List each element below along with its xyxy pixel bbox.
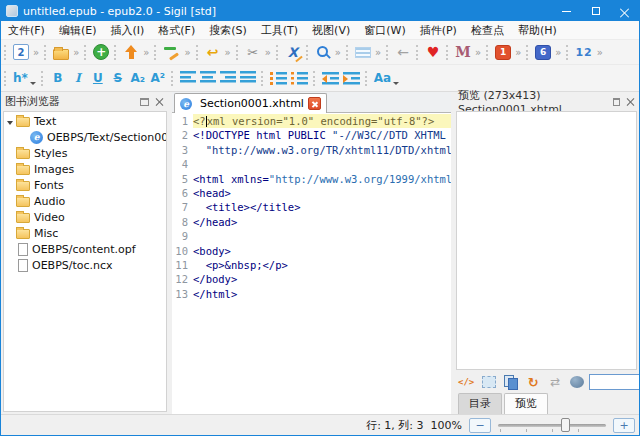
save-upload-button[interactable] [123,44,139,60]
toolbar-grip[interactable] [84,45,87,60]
zoom-slider-handle[interactable] [561,418,570,432]
edit-mend-button[interactable] [163,44,180,60]
cut-button[interactable]: ✂ [245,44,261,61]
menu-search[interactable]: 搜索(S) [202,21,254,40]
italic-button[interactable]: I [70,70,86,87]
code-line-3[interactable]: 3 "http://www.w3.org/TR/xhtml11/DTD/xhtm… [172,143,451,157]
toolbar-grip[interactable] [566,45,569,60]
toolbar-grip[interactable] [313,71,316,86]
toolbar-grip[interactable] [236,45,239,60]
bold-button[interactable]: B [50,70,66,87]
menu-view[interactable]: 视图(V) [305,21,357,40]
toolbar-grip[interactable] [114,45,117,60]
menu-help[interactable]: 帮助(H) [511,21,564,40]
toolbar-overflow-icon[interactable]: » [375,44,381,61]
code-line-4[interactable]: 4 [172,157,451,171]
subscript-button[interactable]: A₂ [130,70,146,87]
sigil-m-button[interactable]: M [455,44,471,61]
toolbar-grip[interactable] [276,45,279,60]
add-existing-files-button[interactable]: + [93,44,109,60]
zoom-in-button[interactable]: + [613,418,635,433]
tree-item-misc[interactable]: Misc [4,225,166,241]
code-line-12[interactable]: 12</body> [172,272,451,286]
menu-plugins[interactable]: 插件(P) [413,21,464,40]
close-panel-icon[interactable] [626,98,633,106]
tree-item-video[interactable]: Video [4,209,166,225]
toolbar-grip[interactable] [386,45,389,60]
toolbar-overflow-icon[interactable]: » [265,44,271,61]
copy-icon[interactable] [504,375,518,389]
toolbar-grip[interactable] [171,71,174,86]
plugin-1-button[interactable]: 1 [495,45,511,60]
sync-icon[interactable]: ⇄ [548,375,562,390]
heading-style-button[interactable]: h* [13,70,36,87]
tree-item-section0001[interactable]: OEBPS/Text/Section0001.xhtml [4,129,166,145]
tree-item-toc-ncx[interactable]: OEBPS/toc.ncx [4,257,166,273]
toolbar-grip[interactable] [306,45,309,60]
toolbar-grip[interactable] [346,45,349,60]
toolbar-overflow-icon[interactable]: » [225,44,231,61]
menu-tools[interactable]: 工具(T) [254,21,305,40]
menu-insert[interactable]: 插入(I) [103,21,151,40]
preview-viewport[interactable] [456,111,637,370]
toolbar-grip[interactable] [4,71,7,86]
tab-close-icon[interactable] [308,97,321,110]
toolbar-grip[interactable] [486,45,489,60]
zoom-slider[interactable] [498,417,606,433]
underline-button[interactable]: U [90,70,106,87]
close-panel-icon[interactable] [155,98,163,106]
code-line-8[interactable]: 8</head> [172,215,451,229]
tree-item-images[interactable]: Images [4,161,166,177]
tree-item-audio[interactable]: Audio [4,193,166,209]
code-line-13[interactable]: 13</html> [172,287,451,301]
back-arrow-button[interactable]: ← [395,44,411,61]
superscript-button[interactable]: A² [150,70,166,87]
toolbar-grip[interactable] [261,71,264,86]
toolbar-grip[interactable] [365,71,368,86]
align-justify-button[interactable] [240,71,256,85]
donate-heart-button[interactable]: ♥ [425,44,441,61]
toolbar-grip[interactable] [4,45,7,60]
dock-tab-preview[interactable]: 预览 [504,393,548,414]
code-line-7[interactable]: 7 <title></title> [172,200,451,214]
code-line-6[interactable]: 6<head> [172,186,451,200]
toolbar-overflow-icon[interactable]: » [475,44,481,61]
close-button[interactable] [610,1,639,21]
bullet-list-button[interactable] [270,72,287,85]
code-line-5[interactable]: 5<html xmlns="http://www.w3.org/1999/xht… [172,172,451,186]
spellcheck-button[interactable]: X [285,44,301,61]
toolbar-grip[interactable] [154,45,157,60]
select-all-icon[interactable] [482,376,496,388]
align-right-button[interactable] [220,71,236,85]
toolbar-overflow-icon[interactable]: » [143,44,149,61]
minimize-button[interactable] [552,1,581,21]
title-bar[interactable]: untitled.epub - epub2.0 - Sigil [std] [1,1,639,21]
toolbar-overflow-icon[interactable]: » [515,44,521,61]
toolbar-grip[interactable] [44,45,47,60]
find-button[interactable] [315,45,331,60]
checkpoint-12-button[interactable]: 12 [575,44,592,61]
maximize-button[interactable] [581,1,610,21]
code-line-2[interactable]: 2<!DOCTYPE html PUBLIC "-//W3C//DTD XHTM… [172,128,451,142]
indent-button[interactable] [343,72,360,85]
toolbar-overflow-icon[interactable]: » [73,44,79,61]
toolbar-overflow-icon[interactable]: » [33,44,39,61]
text-casing-button[interactable]: Aa [374,70,399,87]
menu-checkpoint[interactable]: 检查点 [464,21,511,40]
toolbar-overflow-icon[interactable]: » [555,44,561,61]
preview-search-input[interactable] [589,374,640,390]
code-line-10[interactable]: 10<body> [172,244,451,258]
refresh-icon[interactable]: ↻ [526,375,540,390]
zoom-ball-icon[interactable] [570,376,584,388]
toolbar-grip[interactable] [196,45,199,60]
code-line-1[interactable]: 1<?xml version="1.0" encoding="utf-8"?> [172,114,451,128]
outdent-button[interactable] [322,72,339,85]
tab-section0001[interactable]: Section0001.xhtml [174,93,327,113]
numbered-list-button[interactable] [291,72,308,85]
toolbar-grip[interactable] [446,45,449,60]
float-panel-icon[interactable] [140,98,149,106]
code-editor[interactable]: 1<?xml version="1.0" encoding="utf-8"?>2… [172,113,451,414]
toolbar-grip[interactable] [41,71,44,86]
align-center-button[interactable] [200,71,216,85]
undo-button[interactable]: ↩ [205,44,221,61]
